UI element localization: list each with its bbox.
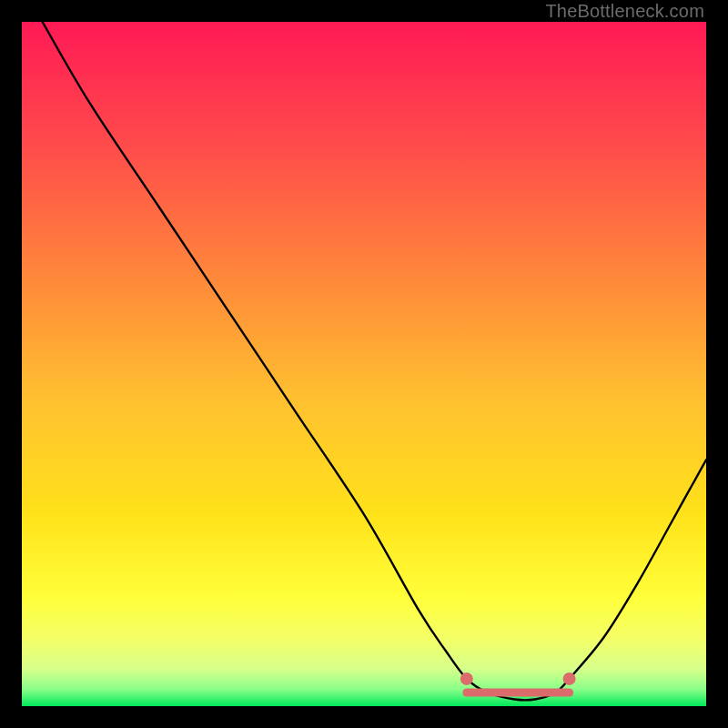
gradient-background bbox=[22, 22, 706, 706]
chart-frame bbox=[22, 22, 706, 706]
optimal-range-marker-left bbox=[460, 672, 473, 685]
watermark-text: TheBottleneck.com bbox=[545, 1, 704, 22]
bottleneck-chart bbox=[22, 22, 706, 706]
optimal-range-marker-right bbox=[563, 672, 576, 685]
